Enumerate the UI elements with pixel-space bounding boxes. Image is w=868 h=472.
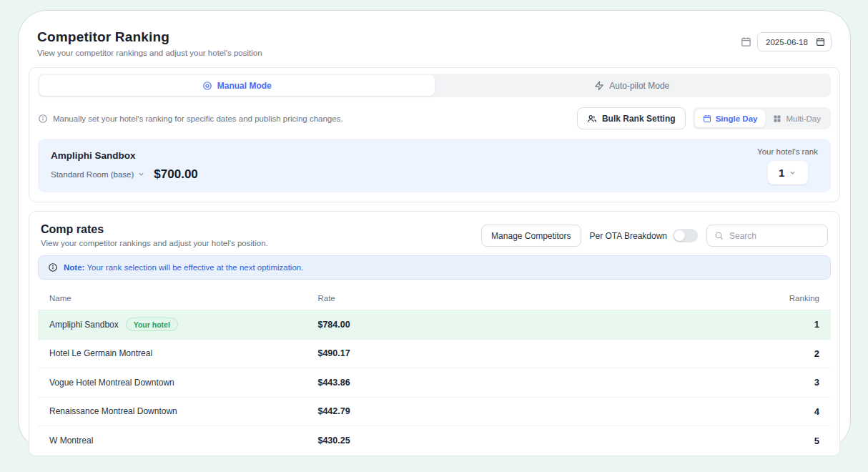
comp-rates-header: Comp rates View your competitor rankings… [38, 220, 831, 247]
multi-day-calendar-icon [773, 114, 781, 123]
tab-manual-label: Manual Mode [217, 81, 272, 91]
competitor-name: Hotel Le Germain Montreal [49, 348, 152, 358]
hotel-rank-value: 1 [779, 167, 784, 179]
table-row[interactable]: Renaissance Montreal Downtown $442.79 4 [38, 398, 831, 427]
competitor-ranking: 3 [752, 377, 831, 388]
single-day-option[interactable]: Single Day [695, 109, 766, 127]
date-input[interactable] [757, 32, 832, 51]
competitor-name: Renaissance Montreal Downtown [49, 406, 177, 416]
chevron-down-icon [137, 170, 145, 178]
competitor-name-cell: Vogue Hotel Montreal Downtown [38, 378, 317, 388]
competitor-rate: $490.17 [317, 348, 752, 358]
mode-tabs: Manual Mode Auto-pilot Mode [38, 74, 831, 97]
page-heading-block: Competitor Ranking View your competitor … [37, 29, 262, 57]
hotel-rank-label: Your hotel's rank [757, 147, 818, 156]
competitor-name: W Montreal [49, 436, 93, 446]
room-type-select[interactable]: Standard Room (base) [51, 170, 145, 179]
manual-info-text: Manually set your hotel's ranking for sp… [53, 114, 343, 123]
per-ota-breakdown-control: Per OTA Breakdown [590, 229, 699, 242]
page-subtitle: View your competitor rankings and adjust… [37, 49, 262, 57]
note-label: Note: [64, 263, 84, 272]
competitor-rate: $430.25 [317, 436, 752, 446]
comp-rates-table: Name Rate Ranking Ampliphi Sandbox Your … [38, 287, 831, 456]
calendar-icon [741, 36, 751, 47]
competitor-ranking: 4 [752, 406, 831, 417]
competitor-rate: $442.79 [317, 406, 752, 416]
competitor-rate: $784.00 [317, 320, 752, 330]
table-header-row: Name Rate Ranking [38, 287, 831, 310]
single-day-label: Single Day [716, 114, 758, 123]
search-box[interactable] [706, 225, 828, 247]
manual-info: Manually set your hotel's ranking for sp… [38, 114, 343, 124]
hotel-info-block: Ampliphi Sandbox Standard Room (base) $7… [51, 150, 198, 182]
competitor-name-cell: Renaissance Montreal Downtown [38, 406, 317, 416]
competitor-ranking: 5 [752, 436, 831, 446]
manual-info-row: Manually set your hotel's ranking for sp… [38, 107, 831, 129]
day-mode-segmented-control: Single Day Multi-Day [693, 107, 831, 129]
competitor-name: Vogue Hotel Montreal Downtown [49, 378, 174, 388]
comp-rates-subtitle: View your competitor rankings and adjust… [41, 239, 268, 247]
bulk-rank-setting-button[interactable]: Bulk Rank Setting [577, 107, 686, 129]
room-type-label: Standard Room (base) [51, 170, 134, 179]
table-body: Ampliphi Sandbox Your hotel $784.00 1 Ho… [38, 310, 831, 456]
hotel-price: $700.00 [154, 167, 197, 182]
date-input-field[interactable] [764, 38, 810, 46]
competitor-ranking: 2 [752, 348, 831, 359]
column-header-rate: Rate [317, 294, 752, 303]
hotel-rank-block: Your hotel's rank 1 [757, 147, 818, 185]
competitor-name-cell: W Montreal [38, 436, 317, 446]
note-text: Your rank selection will be effective at… [87, 263, 303, 272]
table-row[interactable]: Hotel Le Germain Montreal $490.17 2 [38, 340, 831, 369]
competitor-name: Ampliphi Sandbox [49, 320, 119, 330]
zap-icon [594, 81, 604, 91]
competitor-rate: $443.86 [317, 378, 752, 388]
your-hotel-badge: Your hotel [126, 318, 178, 331]
bulk-rank-setting-label: Bulk Rank Setting [602, 114, 676, 124]
column-header-ranking: Ranking [752, 294, 831, 303]
comp-rates-heading-block: Comp rates View your competitor rankings… [41, 223, 268, 247]
target-icon [202, 81, 212, 91]
hotel-name: Ampliphi Sandbox [51, 150, 198, 161]
column-header-name: Name [38, 294, 317, 303]
tab-autopilot-label: Auto-pilot Mode [609, 81, 669, 91]
manual-mode-panel: Manual Mode Auto-pilot Mode Manually set… [29, 67, 840, 202]
table-row[interactable]: Vogue Hotel Montreal Downtown $443.86 3 [38, 368, 831, 398]
calendar-icon[interactable] [816, 37, 825, 46]
manual-actions: Bulk Rank Setting Single Day Multi-Day [577, 107, 831, 129]
info-icon [38, 114, 48, 124]
info-icon [48, 262, 58, 272]
table-row[interactable]: W Montreal $430.25 5 [38, 426, 831, 456]
tab-autopilot-mode[interactable]: Auto-pilot Mode [435, 75, 830, 96]
search-input[interactable] [729, 231, 820, 241]
users-icon [587, 114, 597, 124]
hotel-sub-row: Standard Room (base) $700.00 [51, 167, 198, 182]
per-ota-breakdown-label: Per OTA Breakdown [590, 231, 668, 241]
competitor-ranking-card: Competitor Ranking View your competitor … [18, 10, 851, 449]
comp-rates-panel: Comp rates View your competitor rankings… [29, 211, 840, 456]
single-day-calendar-icon [703, 114, 711, 123]
chevron-down-icon [789, 169, 797, 177]
per-ota-breakdown-toggle[interactable] [673, 229, 698, 242]
manage-competitors-button[interactable]: Manage Competitors [481, 225, 581, 247]
toggle-knob [674, 230, 685, 241]
page-title: Competitor Ranking [37, 29, 262, 45]
manage-competitors-label: Manage Competitors [491, 231, 571, 241]
competitor-ranking: 1 [752, 319, 831, 330]
multi-day-option[interactable]: Multi-Day [765, 109, 829, 127]
competitor-name-cell: Hotel Le Germain Montreal [38, 348, 317, 358]
tab-manual-mode[interactable]: Manual Mode [39, 75, 435, 96]
search-icon [714, 231, 724, 240]
comp-rates-controls: Manage Competitors Per OTA Breakdown [481, 225, 828, 247]
table-row[interactable]: Ampliphi Sandbox Your hotel $784.00 1 [38, 310, 831, 340]
competitor-name-cell: Ampliphi Sandbox Your hotel [38, 318, 317, 331]
comp-rates-title: Comp rates [41, 223, 268, 236]
page-header: Competitor Ranking View your competitor … [29, 29, 840, 57]
multi-day-label: Multi-Day [786, 114, 821, 123]
date-picker-area [741, 32, 832, 51]
your-hotel-card: Ampliphi Sandbox Standard Room (base) $7… [38, 139, 831, 192]
hotel-rank-select[interactable]: 1 [768, 161, 808, 185]
note-banner: Note: Your rank selection will be effect… [38, 255, 831, 280]
